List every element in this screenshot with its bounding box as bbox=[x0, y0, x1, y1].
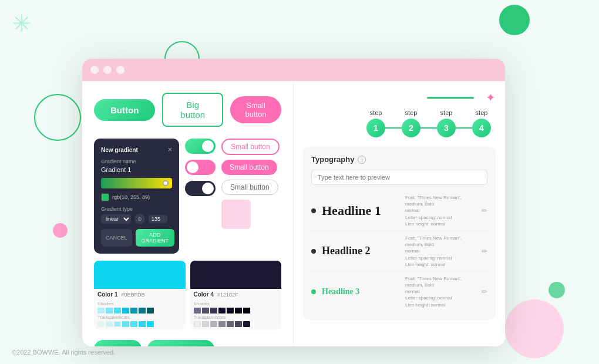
toggle-3[interactable] bbox=[185, 181, 216, 196]
titlebar bbox=[82, 59, 505, 81]
color-4-label: Color 4 bbox=[194, 291, 214, 298]
top-buttons-row: Button Big button Small button bbox=[94, 93, 281, 127]
gradient-close-icon[interactable]: × bbox=[168, 146, 172, 154]
button-green[interactable]: Button bbox=[94, 99, 155, 121]
typography-preview-input[interactable] bbox=[311, 170, 487, 185]
info-icon[interactable]: i bbox=[358, 156, 366, 164]
color-1-shades bbox=[97, 308, 182, 314]
headline-row-1: Headline 1 Font: "Times New Roman", medi… bbox=[311, 191, 487, 231]
color-1-hex: #0EBFDB bbox=[121, 292, 144, 298]
color-1-transparencies bbox=[97, 321, 182, 327]
pink-placeholder-box bbox=[221, 200, 251, 229]
tab-typography[interactable]: Typography bbox=[147, 340, 214, 346]
headline-2-meta: Font: "Times New Roman", medium, Boldnor… bbox=[405, 235, 476, 268]
gradient-panel-title: New gradient bbox=[101, 147, 138, 153]
gradient-type-select[interactable]: linear radial bbox=[101, 214, 131, 224]
color-4-hex: #12102F bbox=[217, 292, 238, 298]
left-panel: Button Big button Small button New gradi… bbox=[82, 81, 294, 346]
headline-2-edit-icon[interactable]: ✏ bbox=[482, 247, 487, 255]
headline-3-text: Headline 3 bbox=[322, 287, 399, 296]
headline-2-dot bbox=[311, 249, 316, 254]
color-4-swatch bbox=[190, 261, 282, 289]
tab-colors[interactable]: Colors bbox=[94, 340, 142, 346]
color-4-transparencies bbox=[194, 321, 278, 327]
deco-starburst: ✳ bbox=[12, 12, 32, 35]
toggles-area bbox=[185, 139, 216, 196]
step-connector-2 bbox=[420, 127, 437, 129]
add-gradient-button[interactable]: ADD GRADIENT bbox=[136, 229, 175, 247]
headline-row-2: Headline 2 Font: "Times New Roman", medi… bbox=[311, 231, 487, 272]
color-1-label: Color 1 bbox=[97, 291, 117, 298]
step-progress: step 1 step 2 step 3 step 4 bbox=[303, 109, 496, 137]
small-buttons-area: Small button Small button Small button bbox=[221, 139, 280, 229]
step-item-2: step 2 bbox=[402, 109, 420, 137]
headline-1-meta: Font: "Times New Roman", medium, Boldnor… bbox=[405, 194, 476, 227]
step-item-4: step 4 bbox=[472, 109, 491, 137]
headline-1-text: Headline 1 bbox=[322, 203, 399, 218]
typography-title: Typography i bbox=[311, 155, 487, 164]
gradient-bar[interactable] bbox=[101, 178, 172, 188]
step-item-1: step 1 bbox=[366, 109, 385, 137]
step-connector-1 bbox=[385, 127, 402, 129]
step-connector-3 bbox=[456, 127, 472, 129]
decorative-lines: ✦ bbox=[303, 90, 496, 105]
step-circle-2[interactable]: 2 bbox=[402, 119, 420, 137]
tabs-row: Colors Typography bbox=[94, 340, 281, 346]
color-cards-row: Color 1 #0EBFDB Shades bbox=[94, 261, 281, 334]
step-circle-3[interactable]: 3 bbox=[437, 119, 456, 137]
deco-circle-4 bbox=[34, 94, 81, 141]
color-stop-swatch[interactable] bbox=[101, 193, 109, 201]
traffic-light-1[interactable] bbox=[90, 66, 99, 74]
deco-pink-blob bbox=[53, 223, 68, 238]
gradient-name-label: Gradient name bbox=[101, 159, 172, 164]
gradient-panel: New gradient × Gradient name Gradient 1 … bbox=[94, 139, 179, 254]
green-line bbox=[427, 97, 474, 99]
headline-3-dot bbox=[311, 289, 316, 294]
traffic-light-2[interactable] bbox=[103, 66, 112, 74]
button-outline[interactable]: Big button bbox=[162, 93, 223, 127]
angle-icon: ⊙ bbox=[134, 214, 145, 224]
step-circle-4[interactable]: 4 bbox=[472, 119, 491, 137]
color-stop-value: rgb(10, 255, 89) bbox=[112, 194, 150, 200]
main-window: Button Big button Small button New gradi… bbox=[82, 59, 505, 346]
deco-circle-2 bbox=[548, 282, 565, 298]
pink-star-icon: ✦ bbox=[486, 90, 496, 105]
right-panel: ✦ step 1 step 2 step 3 bbox=[294, 81, 505, 346]
toggle-2[interactable] bbox=[185, 160, 216, 175]
color-4-shades bbox=[194, 308, 278, 314]
step-item-3: step 3 bbox=[437, 109, 456, 137]
toggle-1[interactable] bbox=[185, 139, 216, 154]
cancel-button[interactable]: CANCEL bbox=[101, 229, 132, 247]
step-circle-1[interactable]: 1 bbox=[366, 119, 385, 137]
gradient-type-label: Gradient type bbox=[101, 206, 172, 212]
traffic-light-3[interactable] bbox=[116, 66, 124, 74]
color-1-swatch bbox=[94, 261, 186, 289]
small-button-pink[interactable]: Small button bbox=[221, 160, 277, 175]
headline-1-edit-icon[interactable]: ✏ bbox=[482, 207, 487, 215]
gradient-name-value: Gradient 1 bbox=[101, 166, 172, 173]
footer-text: ©2022 BOWWE. All rights reserved. bbox=[12, 349, 115, 356]
angle-input[interactable] bbox=[149, 215, 167, 223]
deco-circle-3 bbox=[505, 299, 564, 358]
headline-3-edit-icon[interactable]: ✏ bbox=[482, 288, 487, 296]
small-button-outline-2[interactable]: Small button bbox=[221, 180, 278, 195]
button-pink[interactable]: Small button bbox=[230, 96, 281, 123]
headline-1-dot bbox=[311, 208, 316, 213]
typography-panel: Typography i Headline 1 Font: "Times New… bbox=[303, 147, 496, 320]
headline-row-3: Headline 3 Font: "Times New Roman", medi… bbox=[311, 272, 487, 312]
small-button-outline-1[interactable]: Small button bbox=[221, 139, 280, 155]
deco-circle-1 bbox=[499, 5, 530, 35]
headline-2-text: Headline 2 bbox=[322, 245, 399, 257]
headline-3-meta: Font: "Times New Roman", medium, Boldnor… bbox=[405, 275, 476, 308]
